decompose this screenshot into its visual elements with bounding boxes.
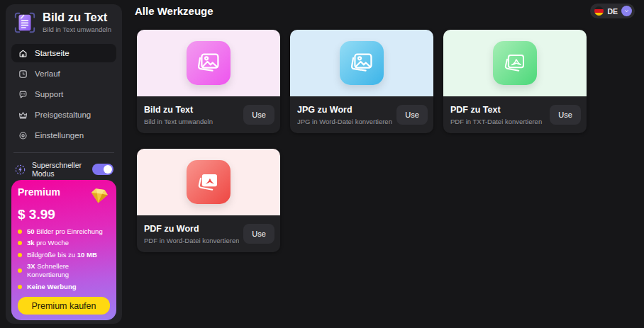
tool-footer: PDF zu Word PDF in Word-Datei konvertier… [137,215,280,252]
sidebar-item-label: Preisgestaltung [35,111,91,119]
tool-text: JPG zu Word JPG in Word-Datei konvertier… [297,105,392,125]
german-flag-icon [594,6,604,16]
app-tagline: Bild in Text umwandeln [43,26,111,33]
use-button[interactable]: Use [243,105,274,125]
sidebar-item-preisgestaltung[interactable]: Preisgestaltung [11,106,116,124]
sidebar-nav: Startseite Verlauf Support Preisgestal [11,44,116,145]
chat-icon [18,89,28,100]
premium-feature: Bildgröße bis zu 10 MB [18,251,110,259]
tool-card-bild-zu-text[interactable]: Bild zu Text Bild in Text umwandeln Use [137,30,280,133]
tool-footer: Bild zu Text Bild in Text umwandeln Use [137,96,280,133]
toggle-knob [104,165,112,174]
sidebar-item-verlauf[interactable]: Verlauf [11,64,116,83]
feature-text: Bildgröße bis zu 10 MB [27,251,97,259]
premium-features: 50 Bilder pro Einreichung 3k pro Woche B… [18,227,110,291]
premium-feature: 3X Schnellere Konvertierung [18,262,110,280]
tool-panel [290,30,433,96]
feature-text: 3X Schnellere Konvertierung [27,262,110,280]
turbo-mode-label: Superschneller Modus [32,161,87,178]
sidebar-item-label: Verlauf [35,69,60,78]
bullet-dot [18,241,22,245]
tool-text: Bild zu Text Bild in Text umwandeln [144,105,239,125]
sidebar-item-startseite[interactable]: Startseite [11,44,116,62]
gem-icon [87,183,112,208]
image-icon [192,47,225,79]
pdf-icon [192,166,225,198]
tool-footer: PDF zu Text PDF in TXT-Datei konvertiere… [443,96,587,133]
feature-text: 3k pro Woche [27,239,69,247]
premium-feature: Keine Werbung [18,283,110,291]
tool-icon-tile [493,41,537,85]
sidebar-item-label: Startseite [35,49,70,57]
tools-grid: Bild zu Text Bild in Text umwandeln Use [137,30,644,252]
tool-card-pdf-zu-word[interactable]: PDF zu Word PDF in Word-Datei konvertier… [137,149,280,252]
turbo-mode-toggle[interactable] [92,164,113,175]
bullet-dot [18,268,22,273]
tool-card-jpg-zu-word[interactable]: JPG zu Word JPG in Word-Datei konvertier… [290,30,433,133]
tool-title: JPG zu Word [297,105,392,115]
sidebar-item-label: Einstellungen [35,131,84,140]
premium-feature: 50 Bilder pro Einreichung [18,227,110,236]
chevron-down-button [621,6,632,16]
sidebar-item-support[interactable]: Support [11,85,116,103]
scan-document-icon [13,11,37,35]
tool-icon-tile [187,41,231,85]
bullet-dot [18,230,22,234]
language-code: DE [607,7,618,16]
bullet-dot [18,253,22,257]
tool-subtitle: PDF in TXT-Datei konvertieren [450,118,545,125]
app-title: Bild zu Text [43,11,111,24]
sidebar-item-einstellungen[interactable]: Einstellungen [11,126,116,145]
tool-subtitle: JPG in Word-Datei konvertieren [297,118,392,125]
language-selector[interactable]: DE [590,4,635,18]
tool-card-pdf-zu-text[interactable]: PDF zu Text PDF in TXT-Datei konvertiere… [443,30,587,133]
tool-title: PDF zu Word [144,224,239,234]
tool-title: PDF zu Text [450,105,545,115]
sidebar: Bild zu Text Bild in Text umwandeln Star… [6,4,122,324]
turbo-mode-row: Superschneller Modus [11,159,116,179]
main-header: Alle Werkzeuge DE [127,0,644,18]
history-icon [18,69,28,79]
premium-header: Premium [18,186,110,207]
premium-price: $ 3.99 [18,207,110,222]
tool-subtitle: Bild in Text umwandeln [144,118,239,125]
feature-text: 50 Bilder pro Einreichung [27,227,103,236]
app-title-block: Bild zu Text Bild in Text umwandeln [43,11,111,33]
feature-text: Keine Werbung [27,283,77,291]
tool-text: PDF zu Word PDF in Word-Datei konvertier… [144,224,239,244]
pdf-icon [499,47,531,79]
bullet-dot [18,285,22,289]
use-button[interactable]: Use [550,105,581,125]
tool-panel [137,149,280,215]
image-icon [345,47,378,79]
tool-subtitle: PDF in Word-Datei konvertieren [144,237,239,244]
premium-feature: 3k pro Woche [18,239,110,247]
tool-panel [443,30,587,96]
buy-premium-button[interactable]: Premium kaufen [18,297,110,315]
tool-icon-tile [340,41,384,85]
chevron-down-icon [623,8,630,14]
lightning-icon [14,164,26,176]
settings-icon [18,130,28,141]
app-logo: Bild zu Text Bild in Text umwandeln [11,11,116,40]
sidebar-item-label: Support [35,90,63,98]
use-button[interactable]: Use [243,224,274,244]
tool-footer: JPG zu Word JPG in Word-Datei konvertier… [290,96,433,133]
tool-title: Bild zu Text [144,105,239,115]
premium-title: Premium [18,186,60,198]
sidebar-divider [13,152,114,153]
page-title: Alle Werkzeuge [135,5,213,17]
premium-card: Premium $ 3.99 50 Bilder pro Einreichung… [11,180,116,320]
tool-text: PDF zu Text PDF in TXT-Datei konvertiere… [450,105,545,125]
crown-icon [18,110,28,120]
tool-icon-tile [187,160,231,204]
tool-panel [137,30,280,96]
use-button[interactable]: Use [396,105,428,125]
home-icon [18,48,28,59]
main-area: Alle Werkzeuge DE [127,0,644,328]
